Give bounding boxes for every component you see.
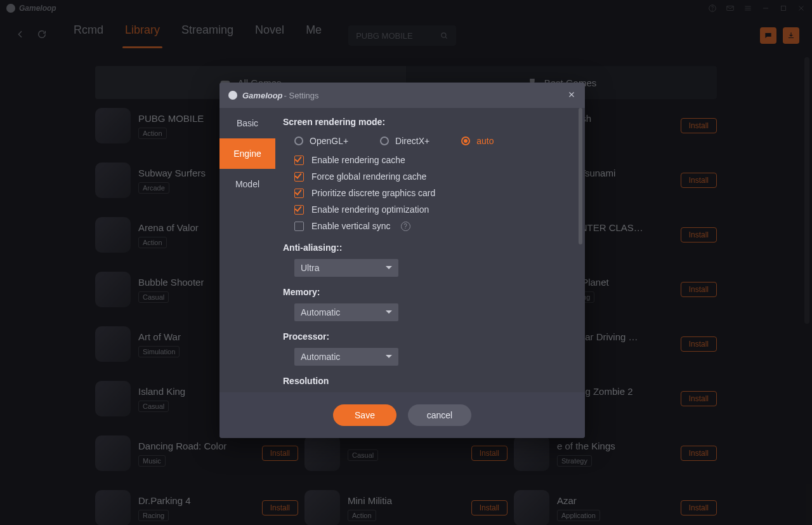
checkbox-label: Enable rendering optimization [311,204,429,215]
modal-brand: Gameloop [242,91,283,100]
modal-close-button[interactable] [567,90,576,101]
radio-label: OpenGL+ [310,136,348,146]
memory-select[interactable]: Automatic [294,303,398,321]
sidebar-item-model[interactable]: Model [219,169,275,199]
screen-rendering-title: Screen rendering mode: [283,117,568,127]
help-icon[interactable]: ? [401,222,410,231]
checkbox-icon [294,222,304,231]
modal-content: Screen rendering mode: OpenGL+DirectX+au… [275,108,585,392]
radio-dot-icon [294,136,303,145]
checkbox-icon [294,172,304,182]
radio-auto[interactable]: auto [461,136,494,146]
cancel-button[interactable]: cancel [408,404,471,426]
radio-label: DirectX+ [395,136,429,146]
checkbox-option[interactable]: Enable rendering cache [294,155,568,165]
aa-select[interactable]: Ultra [294,259,398,277]
checkbox-label: Force global rendering cache [311,171,426,182]
radio-dot-icon [380,136,389,145]
checkbox-option[interactable]: Enable rendering optimization [294,204,568,215]
checkbox-label: Enable rendering cache [311,155,405,165]
memory-value: Automatic [301,307,340,317]
radio-label: auto [476,136,494,146]
modal-titlebar: Gameloop - Settings [219,83,585,108]
resolution-label: Resolution [283,376,568,386]
checkbox-option[interactable]: Force global rendering cache [294,171,568,182]
modal-subtitle: - Settings [284,91,319,100]
save-button[interactable]: Save [333,404,396,426]
checkbox-option[interactable]: Enable vertical sync? [294,221,568,231]
checkbox-icon [294,205,304,215]
modal-scrollbar[interactable] [579,108,582,244]
checkbox-option[interactable]: Prioritize discrete graphics card [294,188,568,198]
modal-sidebar: Basic Engine Model [219,108,275,392]
aa-label: Anti-aliasing:: [283,243,568,253]
processor-label: Processor: [283,331,568,342]
settings-modal: Gameloop - Settings Basic Engine Model S… [219,83,585,438]
memory-label: Memory: [283,287,568,297]
radio-DirectX+[interactable]: DirectX+ [380,136,429,146]
sidebar-item-engine[interactable]: Engine [219,138,275,169]
checkbox-icon [294,156,304,165]
modal-footer: Save cancel [219,392,585,438]
aa-value: Ultra [301,263,320,273]
modal-logo-icon [228,91,237,100]
radio-dot-icon [461,136,470,145]
checkbox-icon [294,189,304,198]
checkbox-label: Prioritize discrete graphics card [311,188,435,198]
processor-value: Automatic [301,352,340,362]
checkbox-label: Enable vertical sync [311,221,391,231]
radio-OpenGL+[interactable]: OpenGL+ [294,136,348,146]
sidebar-item-basic[interactable]: Basic [219,108,275,138]
processor-select[interactable]: Automatic [294,348,398,366]
